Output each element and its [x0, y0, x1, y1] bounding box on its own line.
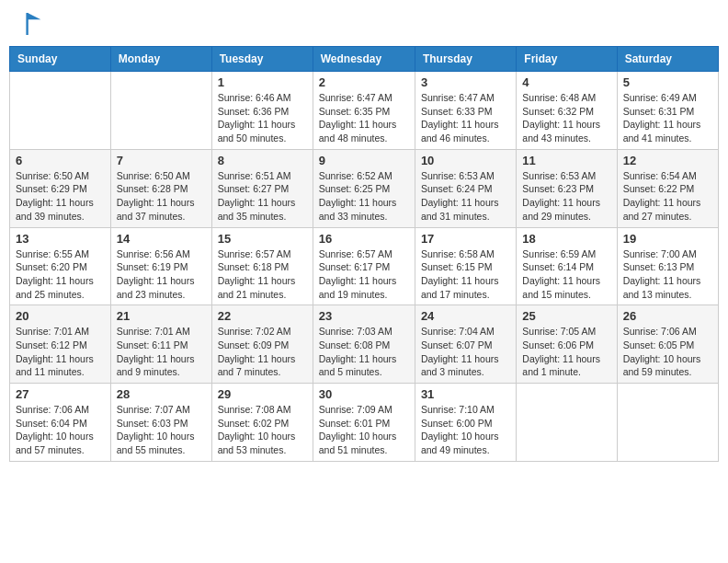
day-number: 4 [522, 75, 610, 89]
day-number: 26 [623, 309, 712, 323]
calendar-week-1: 1Sunrise: 6:46 AMSunset: 6:36 PMDaylight… [10, 72, 719, 150]
calendar-cell: 9Sunrise: 6:52 AMSunset: 6:25 PMDaylight… [313, 149, 415, 227]
day-number: 25 [522, 309, 610, 323]
day-header-sunday: Sunday [10, 47, 111, 72]
day-info: Sunrise: 7:02 AMSunset: 6:09 PMDaylight:… [218, 325, 307, 379]
day-number: 20 [16, 309, 105, 323]
calendar-cell: 4Sunrise: 6:48 AMSunset: 6:32 PMDaylight… [517, 72, 617, 150]
day-header-monday: Monday [110, 47, 211, 72]
calendar-cell: 30Sunrise: 7:09 AMSunset: 6:01 PMDayligh… [313, 384, 415, 462]
day-number: 29 [218, 387, 307, 401]
page-header [9, 9, 719, 39]
logo [13, 9, 46, 39]
calendar-cell: 18Sunrise: 6:59 AMSunset: 6:14 PMDayligh… [517, 227, 617, 305]
day-header-friday: Friday [517, 47, 617, 72]
calendar-cell: 31Sunrise: 7:10 AMSunset: 6:00 PMDayligh… [415, 384, 516, 462]
calendar-cell: 2Sunrise: 6:47 AMSunset: 6:35 PMDaylight… [313, 72, 415, 150]
day-number: 13 [16, 232, 105, 246]
day-number: 9 [319, 154, 409, 167]
calendar-cell: 26Sunrise: 7:06 AMSunset: 6:05 PMDayligh… [617, 305, 718, 384]
day-number: 16 [319, 232, 409, 246]
day-info: Sunrise: 7:07 AMSunset: 6:03 PMDaylight:… [117, 403, 206, 457]
day-info: Sunrise: 6:47 AMSunset: 6:33 PMDaylight:… [421, 91, 510, 145]
day-info: Sunrise: 6:57 AMSunset: 6:17 PMDaylight:… [319, 247, 409, 302]
day-number: 1 [218, 75, 307, 89]
calendar-cell: 17Sunrise: 6:58 AMSunset: 6:15 PMDayligh… [415, 227, 516, 305]
calendar-cell: 29Sunrise: 7:08 AMSunset: 6:02 PMDayligh… [211, 384, 313, 462]
calendar-cell: 20Sunrise: 7:01 AMSunset: 6:12 PMDayligh… [10, 305, 111, 384]
calendar-cell: 28Sunrise: 7:07 AMSunset: 6:03 PMDayligh… [110, 384, 211, 462]
day-number: 31 [421, 387, 510, 401]
day-info: Sunrise: 6:55 AMSunset: 6:20 PMDaylight:… [16, 247, 105, 302]
day-info: Sunrise: 6:56 AMSunset: 6:19 PMDaylight:… [117, 247, 206, 302]
day-info: Sunrise: 6:49 AMSunset: 6:31 PMDaylight:… [623, 91, 712, 145]
calendar-week-3: 13Sunrise: 6:55 AMSunset: 6:20 PMDayligh… [10, 227, 719, 305]
calendar-cell [110, 72, 211, 150]
day-info: Sunrise: 6:52 AMSunset: 6:25 PMDaylight:… [319, 169, 409, 224]
day-info: Sunrise: 7:00 AMSunset: 6:13 PMDaylight:… [623, 247, 712, 302]
calendar-cell: 27Sunrise: 7:06 AMSunset: 6:04 PMDayligh… [10, 384, 111, 462]
calendar-cell: 24Sunrise: 7:04 AMSunset: 6:07 PMDayligh… [415, 305, 516, 384]
day-info: Sunrise: 7:06 AMSunset: 6:05 PMDaylight:… [623, 325, 712, 379]
day-info: Sunrise: 6:54 AMSunset: 6:22 PMDaylight:… [623, 169, 712, 224]
day-number: 24 [421, 309, 510, 323]
day-info: Sunrise: 7:08 AMSunset: 6:02 PMDaylight:… [218, 403, 307, 457]
calendar-cell: 7Sunrise: 6:50 AMSunset: 6:28 PMDaylight… [110, 149, 211, 227]
day-info: Sunrise: 7:01 AMSunset: 6:12 PMDaylight:… [16, 325, 105, 379]
day-info: Sunrise: 6:53 AMSunset: 6:24 PMDaylight:… [421, 169, 510, 224]
day-info: Sunrise: 6:57 AMSunset: 6:18 PMDaylight:… [218, 247, 307, 302]
day-number: 27 [16, 387, 105, 401]
calendar-cell [10, 72, 111, 150]
day-info: Sunrise: 6:59 AMSunset: 6:14 PMDaylight:… [522, 247, 610, 302]
day-info: Sunrise: 6:48 AMSunset: 6:32 PMDaylight:… [522, 91, 610, 145]
day-info: Sunrise: 6:51 AMSunset: 6:27 PMDaylight:… [218, 169, 307, 224]
calendar-cell: 11Sunrise: 6:53 AMSunset: 6:23 PMDayligh… [517, 149, 617, 227]
calendar-cell: 16Sunrise: 6:57 AMSunset: 6:17 PMDayligh… [313, 227, 415, 305]
day-number: 23 [319, 309, 409, 323]
day-info: Sunrise: 7:06 AMSunset: 6:04 PMDaylight:… [16, 403, 105, 457]
day-number: 10 [421, 154, 510, 167]
calendar-cell: 1Sunrise: 6:46 AMSunset: 6:36 PMDaylight… [211, 72, 313, 150]
calendar-week-5: 27Sunrise: 7:06 AMSunset: 6:04 PMDayligh… [10, 384, 719, 462]
logo-icon [13, 9, 42, 39]
calendar-cell: 19Sunrise: 7:00 AMSunset: 6:13 PMDayligh… [617, 227, 718, 305]
calendar-cell: 22Sunrise: 7:02 AMSunset: 6:09 PMDayligh… [211, 305, 313, 384]
day-number: 11 [522, 154, 610, 167]
day-number: 28 [117, 387, 206, 401]
calendar-week-4: 20Sunrise: 7:01 AMSunset: 6:12 PMDayligh… [10, 305, 719, 384]
day-info: Sunrise: 6:50 AMSunset: 6:28 PMDaylight:… [117, 169, 206, 224]
day-info: Sunrise: 7:05 AMSunset: 6:06 PMDaylight:… [522, 325, 610, 379]
day-number: 19 [623, 232, 712, 246]
day-number: 12 [623, 154, 712, 167]
day-info: Sunrise: 6:53 AMSunset: 6:23 PMDaylight:… [522, 169, 610, 224]
calendar-cell: 3Sunrise: 6:47 AMSunset: 6:33 PMDaylight… [415, 72, 516, 150]
day-header-wednesday: Wednesday [313, 47, 415, 72]
day-info: Sunrise: 7:09 AMSunset: 6:01 PMDaylight:… [319, 403, 409, 457]
day-number: 8 [218, 154, 307, 167]
svg-rect-2 [26, 13, 28, 35]
calendar-cell: 5Sunrise: 6:49 AMSunset: 6:31 PMDaylight… [617, 72, 718, 150]
calendar-week-2: 6Sunrise: 6:50 AMSunset: 6:29 PMDaylight… [10, 149, 719, 227]
calendar-cell: 14Sunrise: 6:56 AMSunset: 6:19 PMDayligh… [110, 227, 211, 305]
calendar-table: SundayMondayTuesdayWednesdayThursdayFrid… [9, 46, 719, 462]
day-info: Sunrise: 7:04 AMSunset: 6:07 PMDaylight:… [421, 325, 510, 379]
day-number: 30 [319, 387, 409, 401]
calendar-cell: 13Sunrise: 6:55 AMSunset: 6:20 PMDayligh… [10, 227, 111, 305]
day-header-tuesday: Tuesday [211, 47, 313, 72]
day-number: 6 [16, 154, 105, 167]
day-info: Sunrise: 6:50 AMSunset: 6:29 PMDaylight:… [16, 169, 105, 224]
day-number: 22 [218, 309, 307, 323]
day-info: Sunrise: 6:46 AMSunset: 6:36 PMDaylight:… [218, 91, 307, 145]
day-info: Sunrise: 6:47 AMSunset: 6:35 PMDaylight:… [319, 91, 409, 145]
calendar-cell: 15Sunrise: 6:57 AMSunset: 6:18 PMDayligh… [211, 227, 313, 305]
day-header-saturday: Saturday [617, 47, 718, 72]
day-info: Sunrise: 7:01 AMSunset: 6:11 PMDaylight:… [117, 325, 206, 379]
day-number: 17 [421, 232, 510, 246]
day-number: 2 [319, 75, 409, 89]
day-number: 15 [218, 232, 307, 246]
day-info: Sunrise: 7:10 AMSunset: 6:00 PMDaylight:… [421, 403, 510, 457]
calendar-cell [617, 384, 718, 462]
day-number: 5 [623, 75, 712, 89]
day-number: 14 [117, 232, 206, 246]
day-info: Sunrise: 7:03 AMSunset: 6:08 PMDaylight:… [319, 325, 409, 379]
